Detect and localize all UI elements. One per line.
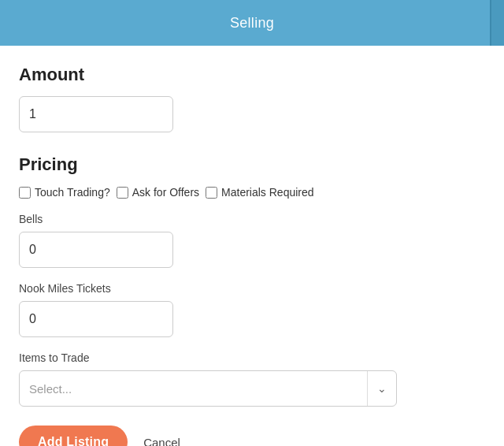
cancel-button[interactable]: Cancel (143, 436, 180, 447)
touch-trading-text: Touch Trading? (35, 186, 110, 199)
ask-for-offers-label[interactable]: Ask for Offers (117, 186, 199, 199)
main-content: Amount Pricing Touch Trading? Ask for Of… (0, 46, 504, 446)
header-title: Selling (230, 15, 274, 32)
items-to-trade-placeholder: Select... (29, 382, 72, 396)
add-listing-button[interactable]: Add Listing (19, 426, 128, 446)
amount-label: Amount (19, 65, 485, 85)
pricing-label: Pricing (19, 154, 485, 175)
items-to-trade-label: Items to Trade (19, 351, 485, 364)
items-to-trade-field-group: Items to Trade Select... ⌄ (19, 351, 485, 407)
touch-trading-label[interactable]: Touch Trading? (19, 186, 110, 199)
amount-input[interactable] (19, 96, 173, 132)
pricing-section: Pricing Touch Trading? Ask for Offers Ma… (19, 154, 485, 407)
ask-for-offers-text: Ask for Offers (132, 186, 199, 199)
touch-trading-checkbox[interactable] (19, 187, 31, 199)
chevron-down-icon: ⌄ (367, 371, 387, 406)
bells-label: Bells (19, 213, 485, 225)
checkboxes-row: Touch Trading? Ask for Offers Materials … (19, 186, 485, 199)
ask-for-offers-checkbox[interactable] (117, 187, 128, 199)
header-bar: Selling (0, 0, 504, 46)
nmt-label: Nook Miles Tickets (19, 282, 485, 295)
nmt-field-group: Nook Miles Tickets (19, 282, 485, 337)
actions-row: Add Listing Cancel (19, 426, 485, 446)
nmt-input[interactable] (19, 301, 173, 337)
amount-section: Amount (19, 65, 485, 132)
materials-required-checkbox[interactable] (206, 187, 217, 199)
items-to-trade-select[interactable]: Select... ⌄ (19, 370, 397, 407)
materials-required-label[interactable]: Materials Required (206, 186, 314, 199)
materials-required-text: Materials Required (221, 186, 314, 199)
bells-input[interactable] (19, 232, 173, 268)
bells-field-group: Bells (19, 213, 485, 268)
